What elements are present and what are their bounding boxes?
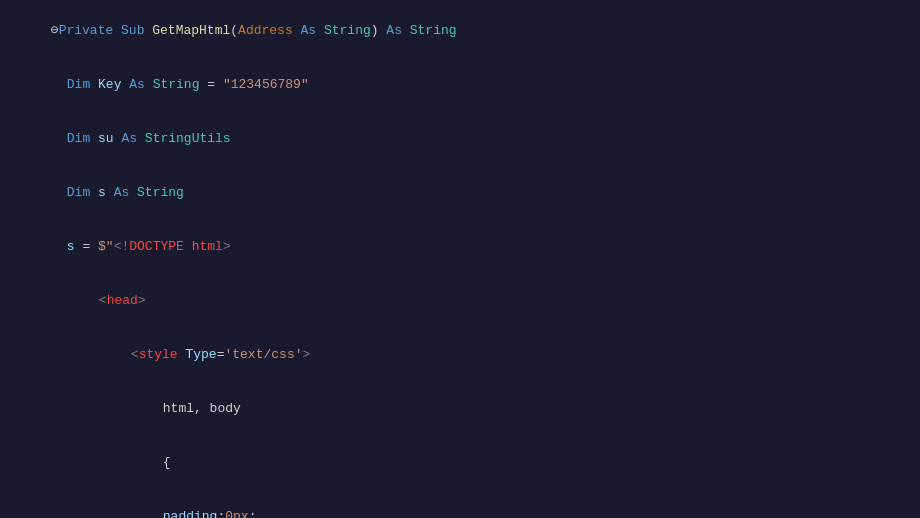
code-line-5: s = $"<!DOCTYPE html>: [0, 220, 920, 274]
line-content-6: <head>: [0, 274, 920, 328]
line-content-3: Dim su As StringUtils: [0, 112, 920, 166]
code-line-1: ⊖Private Sub GetMapHtml(Address As Strin…: [0, 4, 920, 58]
code-line-3: Dim su As StringUtils: [0, 112, 920, 166]
line-content-4: Dim s As String: [0, 166, 920, 220]
code-line-4: Dim s As String: [0, 166, 920, 220]
code-line-10: padding:0px;: [0, 490, 920, 518]
line-content-1: ⊖Private Sub GetMapHtml(Address As Strin…: [0, 4, 920, 58]
line-content-9: {: [0, 436, 920, 490]
code-editor: ⊖Private Sub GetMapHtml(Address As Strin…: [0, 0, 920, 518]
line-content-7: <style Type='text/css'>: [0, 328, 920, 382]
code-line-2: Dim Key As String = "123456789": [0, 58, 920, 112]
line-content-2: Dim Key As String = "123456789": [0, 58, 920, 112]
line-content-8: html, body: [0, 382, 920, 436]
code-line-6: <head>: [0, 274, 920, 328]
line-content-5: s = $"<!DOCTYPE html>: [0, 220, 920, 274]
code-line-7: <style Type='text/css'>: [0, 328, 920, 382]
code-line-8: html, body: [0, 382, 920, 436]
line-content-10: padding:0px;: [0, 490, 920, 518]
code-line-9: {: [0, 436, 920, 490]
